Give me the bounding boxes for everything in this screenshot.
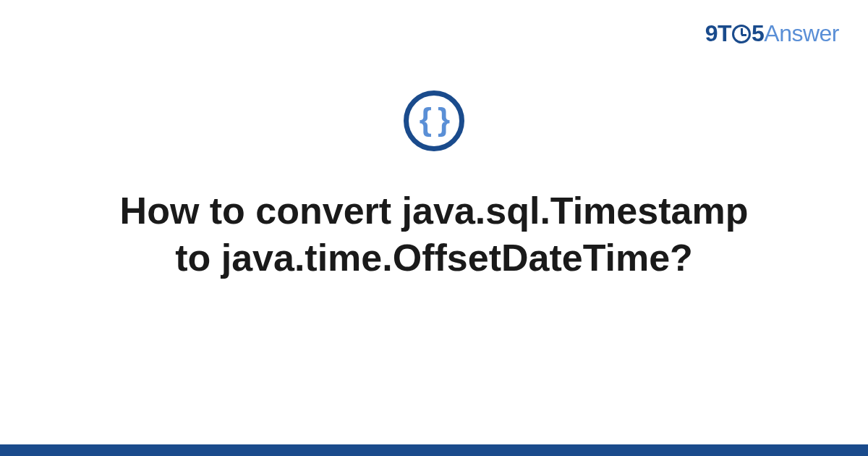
clock-icon <box>732 25 751 43</box>
bottom-accent-bar <box>0 444 868 456</box>
logo-text-5: 5 <box>752 20 764 46</box>
logo-text-answer: Answer <box>764 20 839 46</box>
braces-glyph: { } <box>420 104 448 135</box>
code-braces-icon: { } <box>404 90 464 151</box>
page-title: How to convert java.sql.Timestamp to jav… <box>109 187 760 282</box>
site-logo: 9T5Answer <box>705 20 839 47</box>
logo-text-9t: 9T <box>705 20 731 46</box>
main-content: { } How to convert java.sql.Timestamp to… <box>0 90 868 282</box>
